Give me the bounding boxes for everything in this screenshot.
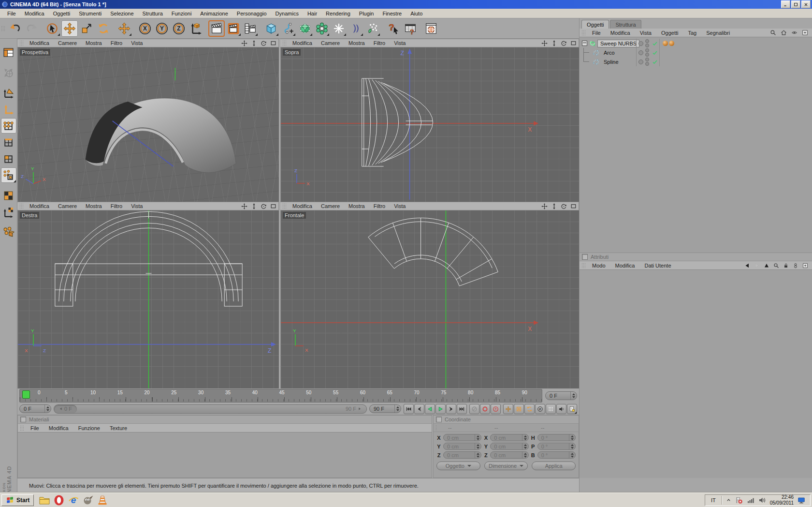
- range-end-field[interactable]: 90 F: [369, 404, 401, 413]
- tab-oggetti[interactable]: Oggetti: [581, 20, 609, 29]
- snap-settings-button[interactable]: [1, 224, 16, 240]
- key-position-button[interactable]: [503, 404, 513, 414]
- explorer-icon[interactable]: [39, 494, 50, 506]
- help-button[interactable]: ?: [385, 20, 402, 37]
- rotate-view-icon[interactable]: [561, 203, 567, 209]
- network-icon[interactable]: [747, 496, 754, 504]
- enable-dot-icon[interactable]: [638, 60, 643, 64]
- clock[interactable]: 22:46 05/09/2011: [770, 494, 794, 506]
- rotate-view-icon[interactable]: [561, 40, 567, 46]
- render-view-button[interactable]: [208, 20, 225, 37]
- layout-button[interactable]: [1, 45, 16, 60]
- home-icon[interactable]: [781, 30, 787, 36]
- add-box-icon[interactable]: [802, 263, 808, 268]
- check-icon[interactable]: [652, 50, 658, 56]
- lock-z-button[interactable]: Z: [171, 20, 187, 37]
- menu-item[interactable]: Personaggio: [232, 10, 271, 17]
- viewport-menu-item[interactable]: Modifica: [25, 203, 54, 209]
- menu-item[interactable]: Oggetti: [49, 10, 74, 17]
- attributes-menu-item[interactable]: Modo: [587, 263, 610, 268]
- range-start-field[interactable]: 0 F: [19, 404, 51, 413]
- minimize-button[interactable]: [781, 0, 790, 8]
- menu-item[interactable]: Strumenti: [74, 10, 106, 17]
- expander-icon[interactable]: [582, 41, 587, 46]
- tree-row-arco[interactable]: Arco: [580, 48, 812, 57]
- pan-view-icon[interactable]: [241, 203, 247, 209]
- language-indicator[interactable]: IT: [709, 497, 718, 503]
- up-icon[interactable]: [764, 263, 769, 268]
- viewport-menu-item[interactable]: Vista: [390, 40, 410, 46]
- viewport-menu-item[interactable]: Mostra: [81, 203, 106, 209]
- eye-icon[interactable]: [791, 30, 798, 36]
- key-pla-button[interactable]: [546, 404, 556, 414]
- next-key-button[interactable]: [446, 404, 456, 414]
- record-keyframe-button[interactable]: [480, 404, 490, 414]
- viewport-menu-item[interactable]: Camere: [317, 203, 344, 209]
- add-spline-button[interactable]: [280, 20, 296, 37]
- search-icon[interactable]: [770, 30, 776, 36]
- viewport-menu-item[interactable]: Modifica: [25, 40, 54, 46]
- forward-icon[interactable]: [754, 263, 760, 268]
- viewport-menu-item[interactable]: Camere: [54, 203, 81, 209]
- preview-range-slider[interactable]: 0 F 90 F: [54, 404, 367, 414]
- play-forward-button[interactable]: [435, 404, 446, 414]
- rotate-view-icon[interactable]: [261, 203, 267, 209]
- maximize-button[interactable]: [791, 0, 800, 8]
- rotate-view-icon[interactable]: [261, 40, 267, 46]
- viewport-menu-item[interactable]: Mostra: [81, 40, 106, 46]
- frame-spinner[interactable]: [44, 405, 51, 413]
- check-icon[interactable]: [652, 41, 658, 46]
- viewport-menu-item[interactable]: Camere: [317, 40, 344, 46]
- viewport-canvas-top[interactable]: X Z Z: [280, 47, 579, 202]
- object-label[interactable]: Sweep NURBS: [598, 40, 639, 47]
- menu-item[interactable]: Selezione: [106, 10, 138, 17]
- link-icon[interactable]: [793, 263, 798, 268]
- lock-y-button[interactable]: Y: [154, 20, 170, 37]
- menu-item[interactable]: Plugin: [355, 10, 378, 17]
- materials-menu-item[interactable]: Modifica: [44, 425, 73, 431]
- pan-view-icon[interactable]: [241, 40, 247, 46]
- autokey-button[interactable]: ?: [491, 404, 501, 414]
- materials-menu-item[interactable]: Funzione: [73, 425, 105, 431]
- redo-button[interactable]: [24, 20, 40, 37]
- tree-row-sweep-nurbs[interactable]: Sweep NURBS: [580, 39, 812, 48]
- key-sound-button[interactable]: [556, 404, 566, 414]
- visibility-dots-icon[interactable]: [645, 58, 649, 66]
- check-icon[interactable]: [652, 59, 658, 65]
- menu-item[interactable]: Modifica: [20, 10, 49, 17]
- online-help-button[interactable]: [423, 20, 439, 37]
- object-tags[interactable]: [663, 41, 674, 46]
- enable-dot-icon[interactable]: [638, 41, 643, 46]
- visibility-dots-icon[interactable]: [645, 48, 649, 57]
- maximize-view-icon[interactable]: [270, 40, 276, 46]
- previous-key-button[interactable]: [414, 404, 424, 414]
- chevron-up-icon[interactable]: [726, 497, 731, 503]
- move-button[interactable]: [61, 20, 78, 37]
- panel-checkbox[interactable]: [582, 254, 588, 260]
- menu-item[interactable]: Dynamics: [271, 10, 303, 17]
- range-slider-end[interactable]: 90 F: [346, 406, 366, 412]
- display-icon[interactable]: [798, 496, 805, 504]
- coord-field[interactable]: 0 cm: [443, 451, 481, 459]
- maximize-view-icon[interactable]: [570, 203, 577, 209]
- coord-field[interactable]: 0 cm: [443, 434, 481, 441]
- viewport-menu-item[interactable]: Camere: [54, 40, 81, 46]
- pan-view-icon[interactable]: [541, 40, 548, 46]
- tab-struttura[interactable]: Struttura: [610, 20, 641, 29]
- content-browser-button[interactable]: ?: [402, 20, 419, 37]
- materials-menu-item[interactable]: Texture: [105, 425, 132, 431]
- add-environment-button[interactable]: [348, 20, 364, 37]
- materials-menu-item[interactable]: File: [26, 425, 44, 431]
- close-button[interactable]: [801, 0, 811, 8]
- object-manager-menu-item[interactable]: Vista: [635, 30, 656, 36]
- coord-field[interactable]: 0 cm: [490, 443, 528, 450]
- menu-item[interactable]: File: [3, 10, 20, 17]
- range-slider-start[interactable]: 0 F: [54, 405, 77, 413]
- menu-grip[interactable]: [19, 203, 24, 209]
- menu-grip[interactable]: [19, 40, 24, 46]
- back-icon[interactable]: [744, 263, 750, 268]
- coord-field[interactable]: 0 cm: [443, 443, 481, 450]
- object-label[interactable]: Spline: [601, 59, 621, 65]
- viewport-menu-item[interactable]: Filtro: [369, 40, 390, 46]
- pan-view-icon[interactable]: [541, 203, 548, 209]
